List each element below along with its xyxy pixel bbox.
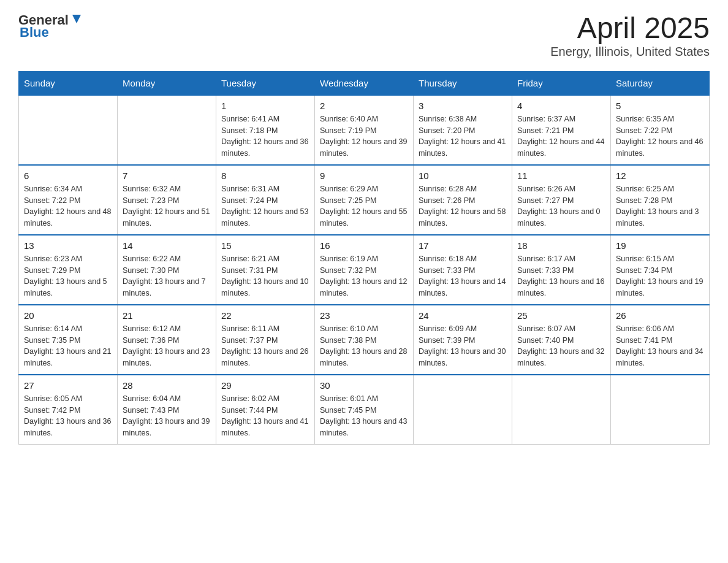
calendar-cell: 12Sunrise: 6:25 AMSunset: 7:28 PMDayligh… [611,165,710,235]
calendar-cell: 14Sunrise: 6:22 AMSunset: 7:30 PMDayligh… [118,235,216,305]
day-number: 5 [616,101,704,111]
header-day-wednesday: Wednesday [315,71,414,95]
day-number: 18 [517,240,605,251]
header-day-thursday: Thursday [414,71,512,95]
day-number: 10 [419,170,507,181]
page-subtitle: Energy, Illinois, United States [550,45,710,59]
day-info: Sunrise: 6:26 AMSunset: 7:27 PMDaylight:… [517,183,605,229]
day-info: Sunrise: 6:28 AMSunset: 7:26 PMDaylight:… [419,183,507,229]
day-number: 26 [616,310,704,321]
calendar-cell: 10Sunrise: 6:28 AMSunset: 7:26 PMDayligh… [414,165,512,235]
calendar-cell: 4Sunrise: 6:37 AMSunset: 7:21 PMDaylight… [512,95,611,165]
day-number: 24 [419,310,507,321]
calendar-cell: 3Sunrise: 6:38 AMSunset: 7:20 PMDaylight… [414,95,512,165]
calendar-cell [19,95,118,165]
calendar-cell: 29Sunrise: 6:02 AMSunset: 7:44 PMDayligh… [216,375,315,445]
calendar-cell: 18Sunrise: 6:17 AMSunset: 7:33 PMDayligh… [512,235,611,305]
page-header: General Blue April 2025 Energy, Illinois… [18,12,710,59]
calendar-cell: 5Sunrise: 6:35 AMSunset: 7:22 PMDaylight… [611,95,710,165]
calendar-cell: 11Sunrise: 6:26 AMSunset: 7:27 PMDayligh… [512,165,611,235]
calendar-cell: 2Sunrise: 6:40 AMSunset: 7:19 PMDaylight… [315,95,414,165]
day-info: Sunrise: 6:18 AMSunset: 7:33 PMDaylight:… [419,253,507,299]
day-number: 2 [320,101,408,111]
day-info: Sunrise: 6:02 AMSunset: 7:44 PMDaylight:… [221,393,309,439]
day-number: 27 [24,380,112,391]
day-number: 12 [616,170,704,181]
day-info: Sunrise: 6:11 AMSunset: 7:37 PMDaylight:… [221,323,309,369]
header-day-monday: Monday [118,71,216,95]
day-info: Sunrise: 6:09 AMSunset: 7:39 PMDaylight:… [419,323,507,369]
day-number: 3 [419,101,507,111]
calendar-cell [611,375,710,445]
calendar-cell [118,95,216,165]
svg-marker-0 [72,15,81,23]
day-info: Sunrise: 6:29 AMSunset: 7:25 PMDaylight:… [320,183,408,229]
calendar-week-row: 20Sunrise: 6:14 AMSunset: 7:35 PMDayligh… [19,305,710,375]
day-number: 13 [24,240,112,251]
day-info: Sunrise: 6:32 AMSunset: 7:23 PMDaylight:… [123,183,211,229]
calendar-cell: 24Sunrise: 6:09 AMSunset: 7:39 PMDayligh… [414,305,512,375]
day-number: 4 [517,101,605,111]
day-info: Sunrise: 6:01 AMSunset: 7:45 PMDaylight:… [320,393,408,439]
day-info: Sunrise: 6:07 AMSunset: 7:40 PMDaylight:… [517,323,605,369]
header-day-sunday: Sunday [19,71,118,95]
day-number: 17 [419,240,507,251]
day-info: Sunrise: 6:21 AMSunset: 7:31 PMDaylight:… [221,253,309,299]
calendar-cell: 17Sunrise: 6:18 AMSunset: 7:33 PMDayligh… [414,235,512,305]
calendar-cell: 22Sunrise: 6:11 AMSunset: 7:37 PMDayligh… [216,305,315,375]
day-number: 23 [320,310,408,321]
day-info: Sunrise: 6:23 AMSunset: 7:29 PMDaylight:… [24,253,112,299]
day-info: Sunrise: 6:05 AMSunset: 7:42 PMDaylight:… [24,393,112,439]
calendar-cell: 23Sunrise: 6:10 AMSunset: 7:38 PMDayligh… [315,305,414,375]
header-day-friday: Friday [512,71,611,95]
calendar-cell [414,375,512,445]
day-info: Sunrise: 6:19 AMSunset: 7:32 PMDaylight:… [320,253,408,299]
day-info: Sunrise: 6:35 AMSunset: 7:22 PMDaylight:… [616,113,704,159]
calendar-cell [512,375,611,445]
calendar-cell: 6Sunrise: 6:34 AMSunset: 7:22 PMDaylight… [19,165,118,235]
day-info: Sunrise: 6:15 AMSunset: 7:34 PMDaylight:… [616,253,704,299]
logo-blue: Blue [20,25,49,40]
calendar-table: SundayMondayTuesdayWednesdayThursdayFrid… [18,71,710,445]
day-number: 29 [221,380,309,391]
calendar-cell: 27Sunrise: 6:05 AMSunset: 7:42 PMDayligh… [19,375,118,445]
calendar-cell: 1Sunrise: 6:41 AMSunset: 7:18 PMDaylight… [216,95,315,165]
day-info: Sunrise: 6:06 AMSunset: 7:41 PMDaylight:… [616,323,704,369]
calendar-cell: 25Sunrise: 6:07 AMSunset: 7:40 PMDayligh… [512,305,611,375]
calendar-cell: 13Sunrise: 6:23 AMSunset: 7:29 PMDayligh… [19,235,118,305]
page-title: April 2025 [550,12,710,45]
calendar-cell: 15Sunrise: 6:21 AMSunset: 7:31 PMDayligh… [216,235,315,305]
day-number: 19 [616,240,704,251]
day-info: Sunrise: 6:34 AMSunset: 7:22 PMDaylight:… [24,183,112,229]
logo-triangle-icon [70,12,83,26]
calendar-week-row: 13Sunrise: 6:23 AMSunset: 7:29 PMDayligh… [19,235,710,305]
calendar-header-row: SundayMondayTuesdayWednesdayThursdayFrid… [19,71,710,95]
calendar-week-row: 6Sunrise: 6:34 AMSunset: 7:22 PMDaylight… [19,165,710,235]
calendar-cell: 16Sunrise: 6:19 AMSunset: 7:32 PMDayligh… [315,235,414,305]
day-number: 9 [320,170,408,181]
calendar-week-row: 27Sunrise: 6:05 AMSunset: 7:42 PMDayligh… [19,375,710,445]
calendar-cell: 8Sunrise: 6:31 AMSunset: 7:24 PMDaylight… [216,165,315,235]
day-number: 28 [123,380,211,391]
day-info: Sunrise: 6:10 AMSunset: 7:38 PMDaylight:… [320,323,408,369]
day-number: 25 [517,310,605,321]
day-info: Sunrise: 6:37 AMSunset: 7:21 PMDaylight:… [517,113,605,159]
day-number: 14 [123,240,211,251]
day-info: Sunrise: 6:12 AMSunset: 7:36 PMDaylight:… [123,323,211,369]
day-number: 15 [221,240,309,251]
title-block: April 2025 Energy, Illinois, United Stat… [550,12,710,59]
day-info: Sunrise: 6:17 AMSunset: 7:33 PMDaylight:… [517,253,605,299]
calendar-week-row: 1Sunrise: 6:41 AMSunset: 7:18 PMDaylight… [19,95,710,165]
calendar-cell: 9Sunrise: 6:29 AMSunset: 7:25 PMDaylight… [315,165,414,235]
day-info: Sunrise: 6:25 AMSunset: 7:28 PMDaylight:… [616,183,704,229]
day-info: Sunrise: 6:40 AMSunset: 7:19 PMDaylight:… [320,113,408,159]
day-number: 8 [221,170,309,181]
calendar-cell: 7Sunrise: 6:32 AMSunset: 7:23 PMDaylight… [118,165,216,235]
day-info: Sunrise: 6:31 AMSunset: 7:24 PMDaylight:… [221,183,309,229]
day-number: 20 [24,310,112,321]
calendar-cell: 19Sunrise: 6:15 AMSunset: 7:34 PMDayligh… [611,235,710,305]
day-info: Sunrise: 6:14 AMSunset: 7:35 PMDaylight:… [24,323,112,369]
logo: General Blue [18,12,83,40]
calendar-cell: 21Sunrise: 6:12 AMSunset: 7:36 PMDayligh… [118,305,216,375]
day-number: 6 [24,170,112,181]
